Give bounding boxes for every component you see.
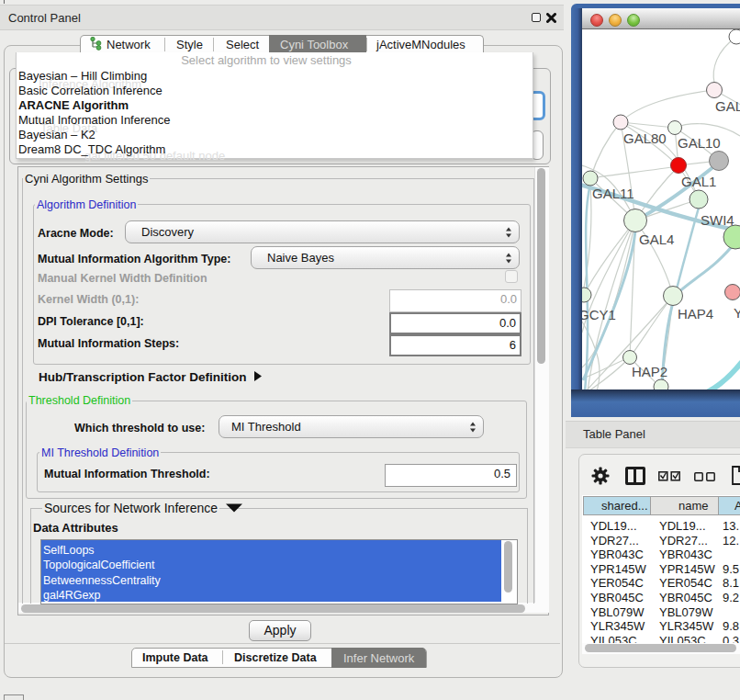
svg-text:GAL10: GAL10 [678, 135, 721, 151]
svg-text:GAL80: GAL80 [623, 130, 667, 146]
svg-text:GAL1: GAL1 [681, 174, 716, 189]
svg-text:SWI4: SWI4 [701, 212, 734, 228]
svg-text:GAL7: GAL7 [715, 98, 740, 114]
svg-text:YB: YB [734, 305, 740, 321]
svg-text:GAL11: GAL11 [592, 186, 634, 201]
svg-text:HAP2: HAP2 [632, 364, 667, 379]
svg-text:GAL4: GAL4 [639, 231, 674, 247]
svg-text:HAP4: HAP4 [678, 306, 713, 322]
svg-text:GCY1: GCY1 [582, 307, 616, 322]
